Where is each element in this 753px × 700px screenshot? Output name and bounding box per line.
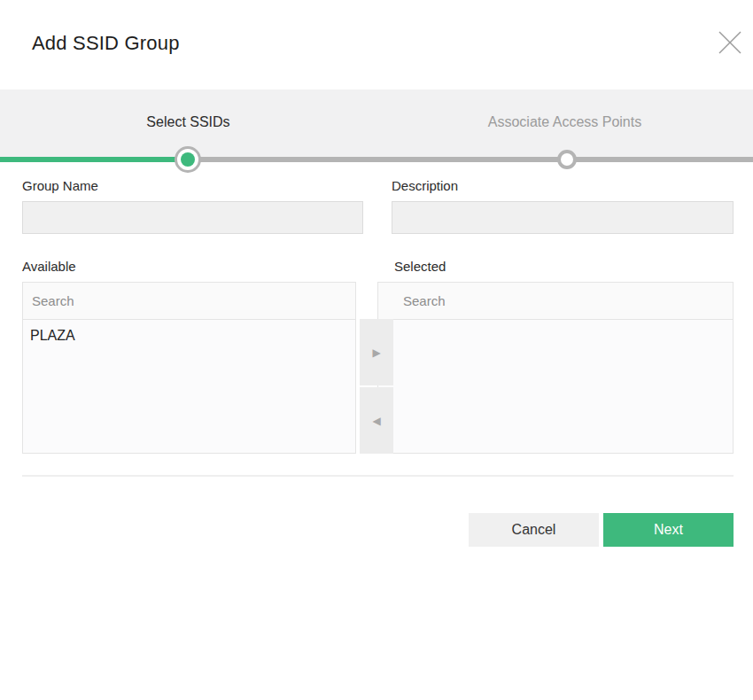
available-list: PLAZA bbox=[23, 320, 355, 453]
group-name-label: Group Name bbox=[22, 178, 98, 193]
stepper-progress-fill bbox=[0, 157, 189, 162]
transfer-buttons: ▶ ◀ bbox=[360, 319, 393, 454]
step-label-select-ssids: Select SSIDs bbox=[0, 114, 376, 130]
list-item[interactable]: PLAZA bbox=[23, 320, 355, 352]
close-icon[interactable] bbox=[716, 28, 744, 57]
stepper-progress-track bbox=[0, 157, 753, 162]
next-button[interactable]: Next bbox=[603, 513, 734, 547]
cancel-button[interactable]: Cancel bbox=[469, 513, 599, 547]
footer-divider bbox=[22, 475, 734, 477]
available-list-label: Available bbox=[22, 259, 76, 274]
step-dot-upcoming bbox=[557, 150, 577, 169]
selected-search-input[interactable] bbox=[378, 283, 733, 319]
arrow-right-icon: ▶ bbox=[372, 347, 380, 358]
selected-list bbox=[378, 320, 733, 453]
page-title: Add SSID Group bbox=[32, 32, 180, 55]
move-right-button[interactable]: ▶ bbox=[360, 319, 393, 385]
arrow-left-icon: ◀ bbox=[372, 416, 380, 426]
step-dot-active-core bbox=[181, 152, 195, 167]
selected-search-row bbox=[378, 283, 733, 320]
add-ssid-group-dialog: Add SSID Group Select SSIDs Associate Ac… bbox=[0, 0, 753, 700]
close-icon-glyph bbox=[718, 31, 741, 54]
group-name-field[interactable] bbox=[22, 201, 363, 234]
description-label: Description bbox=[392, 178, 458, 193]
move-left-button[interactable]: ◀ bbox=[360, 387, 393, 454]
step-dot-active bbox=[175, 146, 201, 173]
selected-list-label: Selected bbox=[394, 259, 446, 274]
available-panel: PLAZA bbox=[22, 282, 356, 454]
available-search-row bbox=[23, 283, 355, 320]
step-label-associate-access-points: Associate Access Points bbox=[376, 114, 753, 130]
description-field[interactable] bbox=[392, 201, 734, 234]
available-search-input[interactable] bbox=[23, 283, 355, 319]
selected-panel bbox=[377, 282, 734, 454]
